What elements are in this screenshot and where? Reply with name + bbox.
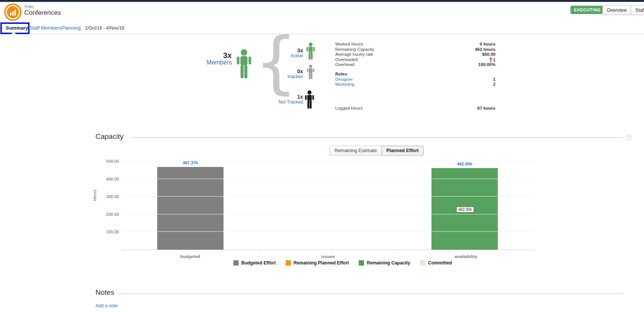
active-count: 3x — [258, 48, 303, 53]
bar-chart-icon — [4, 3, 22, 21]
stat-label: Overhead — [335, 62, 426, 68]
tab-bar-divider — [81, 25, 81, 31]
notes-divider — [118, 294, 623, 294]
header-view-switcher: Overview Staff C — [602, 5, 644, 15]
not-tracked-count: 1x — [258, 94, 303, 99]
x-axis-tick — [534, 250, 535, 252]
x-axis-tick — [397, 250, 397, 252]
y-axis-tick-label: 400.00 — [98, 177, 119, 181]
y-axis-title: Hours — [92, 190, 97, 201]
tab-bar: Summary Staff Members Planning 2/Oct/16 … — [0, 22, 644, 34]
y-axis-tick-label: 300.00 — [98, 194, 119, 199]
logged-hours-value: 67 hours — [420, 106, 496, 111]
date-range: 2/Oct/16 - 4/Nov/16 — [85, 25, 124, 31]
x-axis-tick — [122, 250, 122, 252]
stat-value: 0 hours — [420, 42, 496, 47]
stat-value: 462 hours — [420, 47, 496, 52]
gridline — [122, 214, 535, 214]
legend-swatch-budgeted-effort — [233, 260, 239, 266]
role-value: 2 — [420, 82, 496, 87]
gridline — [122, 196, 535, 197]
tab-planning[interactable]: Planning — [61, 25, 81, 31]
status-badge: EXECUTING — [571, 6, 604, 14]
stat-label: Overloaded — [335, 57, 426, 63]
category-label-availability: availability — [436, 254, 496, 259]
members-total: 3x Members — [177, 52, 232, 66]
gridline — [122, 179, 535, 179]
role-link-designer[interactable]: Designer — [335, 77, 353, 82]
planned-effort-button[interactable]: Planned Effort — [381, 146, 424, 156]
overloaded-person-icon — [489, 57, 492, 63]
members-total-count: 3x — [177, 52, 232, 59]
logged-hours-label: Logged Hours — [335, 106, 426, 111]
legend-label: Committed — [428, 260, 452, 266]
gridline — [122, 161, 535, 161]
app-label: Folio — [25, 4, 34, 9]
members-person-icon — [235, 48, 253, 80]
legend-swatch-committed — [420, 260, 425, 266]
legend-swatch-remaining-capacity — [359, 260, 364, 266]
legend-item: Committed — [420, 260, 452, 266]
stat-value: 100.00% — [420, 62, 496, 68]
not-tracked-members-label: 1x Not Tracked — [258, 94, 303, 105]
legend-item: Remaining Planned Effort — [286, 260, 349, 266]
legend-label: Remaining Capacity — [367, 260, 410, 266]
legend-swatch-remaining-planned-effort — [286, 260, 291, 266]
chart-legend: Budgeted Effort Remaining Planned Effort… — [233, 260, 452, 266]
availability-bar-value: 462.00h — [431, 162, 498, 166]
legend-item: Remaining Capacity — [359, 260, 410, 266]
chart-tooltip: 462.00h — [456, 207, 474, 212]
capacity-title: Capacity — [95, 132, 123, 141]
legend-label: Budgeted Effort — [241, 260, 276, 266]
capacity-mode-toggle: Remaining Estimate Planned Effort — [330, 146, 424, 156]
active-tab-caret-icon — [11, 31, 16, 34]
x-axis-tick — [259, 250, 260, 252]
y-axis-tick-label: 500.00 — [98, 159, 119, 164]
capacity-divider — [130, 137, 623, 138]
budgeted-bar-value: 467.37h — [157, 160, 224, 165]
role-link-marketing[interactable]: Marketing — [335, 82, 355, 87]
category-label-issues: issues — [298, 254, 358, 259]
capacity-plot: 467.37h 462.00h budgeted issues availabi… — [122, 161, 535, 250]
stat-label: Worked Hours — [335, 42, 426, 47]
tab-staff-members[interactable]: Staff Members — [30, 25, 61, 31]
folio-logo-icon — [4, 3, 22, 21]
inactive-label[interactable]: Inactive — [258, 74, 303, 79]
roles-title: Roles — [335, 72, 347, 76]
page-title: Conferences — [24, 9, 61, 17]
gridline — [122, 231, 535, 232]
remaining-estimate-button[interactable]: Remaining Estimate — [330, 146, 382, 156]
notes-title: Notes — [95, 288, 114, 297]
not-tracked-label[interactable]: Not Tracked — [258, 99, 303, 105]
staff-button[interactable]: Staff — [631, 5, 644, 15]
members-total-label: Members — [177, 59, 232, 66]
category-label-budgeted: budgeted — [160, 254, 220, 259]
legend-label: Remaining Planned Effort — [294, 260, 349, 266]
overloaded-count: 1 — [493, 58, 496, 62]
members-brace: { — [255, 36, 297, 89]
legend-item: Budgeted Effort — [233, 260, 276, 266]
overview-button[interactable]: Overview — [602, 5, 631, 15]
inactive-person-icon — [306, 64, 315, 80]
stat-label: Remaining Capacity — [335, 47, 426, 52]
inactive-count: 0x — [258, 69, 303, 74]
active-label[interactable]: Active — [258, 53, 303, 58]
window-top-strip — [0, 0, 644, 2]
y-axis-tick-label: 200.00 — [98, 212, 119, 217]
y-axis-tick-label: 100.00 — [98, 230, 119, 234]
help-icon[interactable]: ? — [626, 135, 632, 141]
stat-label: Average hourly rate — [335, 52, 426, 57]
not-tracked-person-icon — [304, 90, 315, 110]
add-note-link[interactable]: Add a note — [95, 303, 117, 308]
active-person-icon — [305, 42, 316, 60]
budgeted-bar[interactable] — [157, 167, 224, 250]
inactive-members-label: 0x Inactive — [258, 69, 303, 79]
app-root: Folio Conferences EXECUTING Overview Sta… — [0, 0, 644, 313]
active-members-label: 3x Active — [258, 48, 303, 58]
role-value: 1 — [420, 77, 496, 82]
